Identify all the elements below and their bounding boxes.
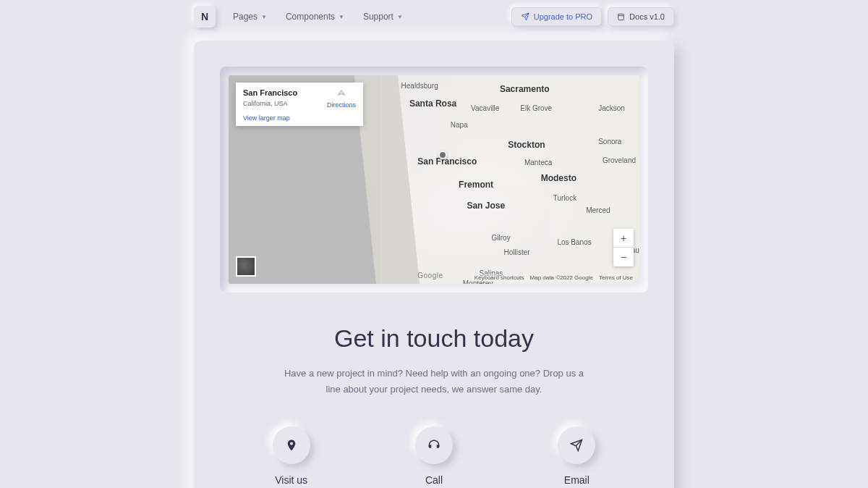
map-label: Turlock	[553, 194, 576, 202]
call-icon-circle	[415, 426, 453, 464]
brand-logo[interactable]: N	[194, 6, 216, 28]
map-label: Sonora	[598, 138, 621, 146]
nav-support-label: Support	[363, 12, 393, 22]
visit-icon-circle	[273, 426, 310, 464]
nav-pages[interactable]: Pages ▼	[233, 12, 267, 22]
navbar: N Pages ▼ Components ▼ Support ▼ Upgrade…	[194, 0, 674, 33]
map-earth-thumbnail[interactable]	[236, 256, 256, 277]
chevron-down-icon: ▼	[397, 14, 403, 20]
map-label: Sacramento	[500, 84, 550, 94]
page-subtitle: Have a new project in mind? Need help wi…	[282, 366, 586, 397]
map-label: Santa Rosa	[409, 98, 456, 109]
keyboard-shortcuts-link[interactable]: Keyboard shortcuts	[475, 274, 524, 281]
zoom-out-button[interactable]: −	[613, 248, 634, 266]
map-label: San Francisco	[417, 156, 477, 167]
map-label: Elk Grove	[520, 104, 552, 112]
heading-section: Get in touch today Have a new project in…	[220, 324, 648, 397]
chevron-down-icon: ▼	[339, 14, 344, 20]
map-label: Modesto	[541, 173, 576, 183]
upgrade-button[interactable]: Upgrade to PRO	[511, 7, 602, 26]
map-pin-icon	[285, 439, 298, 452]
map-label: Groveland	[603, 156, 636, 164]
map-marker[interactable]	[438, 151, 447, 159]
nav-support[interactable]: Support ▼	[363, 12, 403, 22]
map-label: Healdsburg	[401, 82, 438, 90]
email-icon-circle	[558, 426, 595, 464]
zoom-in-button[interactable]: +	[613, 229, 634, 248]
call-title: Call	[362, 474, 505, 486]
page-title: Get in touch today	[220, 324, 648, 353]
upgrade-label: Upgrade to PRO	[534, 12, 592, 21]
visit-title: Visit us	[220, 474, 362, 486]
zoom-controls: + −	[613, 229, 634, 266]
headphones-icon	[427, 439, 441, 452]
contact-visit: Visit us 27 Silicon Valley USA, Californ…	[220, 426, 362, 488]
map-label: Fremont	[459, 180, 493, 190]
contact-email: Email example@company.com name@company.c…	[506, 426, 648, 488]
map-label: Merced	[586, 206, 610, 214]
map-frame: Healdsburg Sacramento Santa Rosa Vacavil…	[220, 67, 648, 293]
nav-pages-label: Pages	[233, 12, 258, 22]
map-label: Jackson	[598, 104, 625, 112]
nav-right: Upgrade to PRO Docs v1.0	[511, 7, 674, 26]
google-watermark: Google	[417, 272, 443, 279]
view-larger-map-link[interactable]: View larger map	[243, 114, 356, 122]
nav-links: Pages ▼ Components ▼ Support ▼	[233, 12, 511, 22]
chevron-down-icon: ▼	[261, 14, 267, 20]
map-attribution: Keyboard shortcuts Map data ©2022 Google…	[472, 274, 635, 282]
map-label: Gilroy	[492, 234, 511, 242]
paper-plane-icon	[521, 12, 529, 21]
map[interactable]: Healdsburg Sacramento Santa Rosa Vacavil…	[229, 75, 639, 284]
contact-call: Call +3912345678 Mon - Fri, 8am - 4pm	[362, 426, 505, 488]
paper-plane-icon	[570, 439, 583, 452]
book-icon	[617, 13, 625, 21]
map-data-text: Map data ©2022 Google	[530, 274, 593, 281]
directions-icon	[336, 90, 346, 100]
directions-label: Directions	[327, 101, 356, 109]
map-info-card: San Francisco California, USA View large…	[236, 83, 363, 126]
map-label: Hollister	[504, 248, 530, 256]
map-label: Vacaville	[471, 104, 499, 112]
map-label: Manteca	[524, 159, 552, 167]
map-label: Stockton	[508, 140, 545, 150]
nav-components[interactable]: Components ▼	[286, 12, 344, 22]
map-label: Napa	[451, 121, 468, 129]
map-label: San Jose	[467, 201, 505, 211]
docs-label: Docs v1.0	[629, 12, 665, 21]
main-card: Healdsburg Sacramento Santa Rosa Vacavil…	[194, 41, 674, 488]
docs-button[interactable]: Docs v1.0	[608, 7, 674, 26]
nav-components-label: Components	[286, 12, 335, 22]
terms-link[interactable]: Terms of Use	[599, 274, 633, 281]
map-label: Los Banos	[557, 238, 591, 246]
directions-button[interactable]: Directions	[327, 90, 356, 109]
email-title: Email	[506, 474, 648, 486]
contact-columns: Visit us 27 Silicon Valley USA, Californ…	[220, 426, 648, 488]
